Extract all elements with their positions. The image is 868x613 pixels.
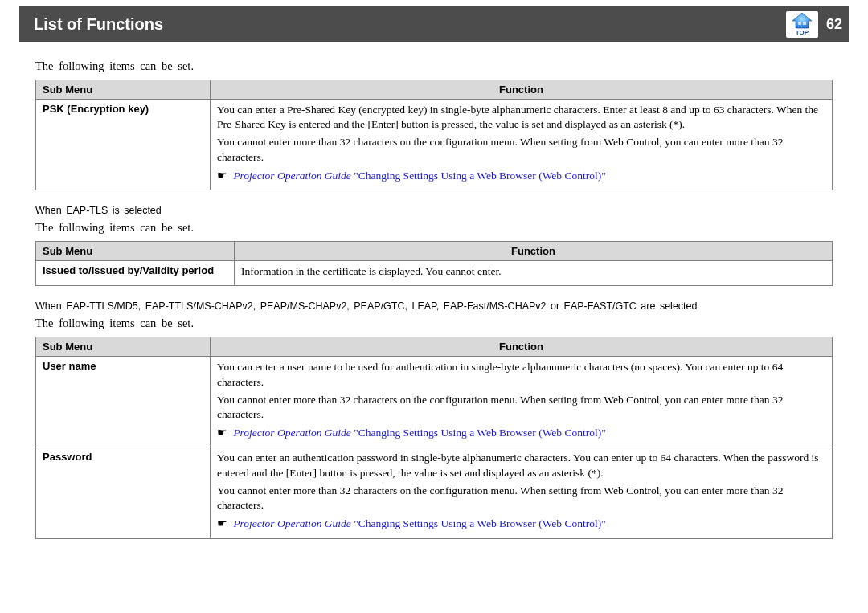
pointer-icon: ☛	[217, 516, 227, 531]
section2-heading: When EAP-TLS is selected	[35, 205, 833, 216]
text: Information in the certificate is displa…	[241, 264, 825, 279]
table-row: User name You can enter a user name to b…	[36, 357, 833, 447]
link-guide-text: Projector Operation Guide	[233, 170, 350, 182]
page-number: 62	[826, 16, 842, 33]
link-guide-text: Projector Operation Guide	[233, 427, 350, 439]
text: You can enter a user name to be used for…	[217, 360, 825, 389]
guide-link[interactable]: Projector Operation Guide "Changing Sett…	[233, 427, 605, 439]
row-body-psk: You can enter a Pre-Shared Key (encrypte…	[211, 100, 833, 190]
table-row: Password You can enter an authentication…	[36, 447, 833, 538]
link-line: ☛ Projector Operation Guide "Changing Se…	[217, 168, 825, 183]
section1-intro: The following items can be set.	[35, 59, 833, 73]
text: You can enter an authentication password…	[217, 451, 825, 480]
col-header-func: Function	[211, 80, 833, 100]
row-body-user: You can enter a user name to be used for…	[211, 357, 833, 447]
table-row: PSK (Encryption key) You can enter a Pre…	[36, 100, 833, 190]
header-right: TOP 62	[786, 6, 849, 42]
row-body-cert: Information in the certificate is displa…	[235, 261, 833, 286]
link-guide-text: Projector Operation Guide	[233, 517, 350, 529]
top-label: TOP	[796, 30, 809, 36]
page-header: List of Functions TOP 62	[19, 6, 849, 42]
text: You can enter a Pre-Shared Key (encrypte…	[217, 103, 825, 132]
guide-link[interactable]: Projector Operation Guide "Changing Sett…	[233, 517, 605, 529]
table-row: Issued to/Issued by/Validity period Info…	[36, 261, 833, 286]
page-title: List of Functions	[34, 15, 163, 34]
row-label-psk: PSK (Encryption key)	[36, 100, 211, 190]
col-header-sub: Sub Menu	[36, 80, 211, 100]
guide-link[interactable]: Projector Operation Guide "Changing Sett…	[233, 170, 605, 182]
row-label-cert: Issued to/Issued by/Validity period	[36, 261, 235, 286]
table-auth: Sub Menu Function User name You can ente…	[35, 337, 833, 538]
link-topic-text: "Changing Settings Using a Web Browser (…	[351, 427, 606, 439]
link-topic-text: "Changing Settings Using a Web Browser (…	[351, 170, 606, 182]
col-header-sub: Sub Menu	[36, 337, 211, 357]
pointer-icon: ☛	[217, 425, 227, 440]
top-button[interactable]: TOP	[786, 11, 818, 38]
col-header-sub: Sub Menu	[36, 242, 235, 261]
svg-rect-3	[803, 22, 806, 25]
link-line: ☛ Projector Operation Guide "Changing Se…	[217, 425, 825, 440]
svg-rect-2	[798, 22, 801, 25]
row-label-user: User name	[36, 357, 211, 447]
section3-heading: When EAP-TTLS/MD5, EAP-TTLS/MS-CHAPv2, P…	[35, 300, 833, 312]
link-topic-text: "Changing Settings Using a Web Browser (…	[351, 517, 606, 529]
pointer-icon: ☛	[217, 168, 227, 183]
section3-intro: The following items can be set.	[35, 317, 833, 330]
col-header-func: Function	[211, 337, 833, 357]
table-eaptls: Sub Menu Function Issued to/Issued by/Va…	[35, 241, 833, 286]
row-body-password: You can enter an authentication password…	[211, 447, 833, 538]
link-line: ☛ Projector Operation Guide "Changing Se…	[217, 516, 825, 531]
text: You cannot enter more than 32 characters…	[217, 135, 825, 164]
col-header-func: Function	[235, 242, 833, 261]
section2-intro: The following items can be set.	[35, 221, 833, 235]
text: You cannot enter more than 32 characters…	[217, 484, 825, 513]
house-icon	[791, 12, 813, 30]
page-content: The following items can be set. Sub Menu…	[35, 59, 833, 539]
row-label-password: Password	[36, 447, 211, 538]
table-psk: Sub Menu Function PSK (Encryption key) Y…	[35, 80, 833, 190]
text: You cannot enter more than 32 characters…	[217, 393, 825, 422]
